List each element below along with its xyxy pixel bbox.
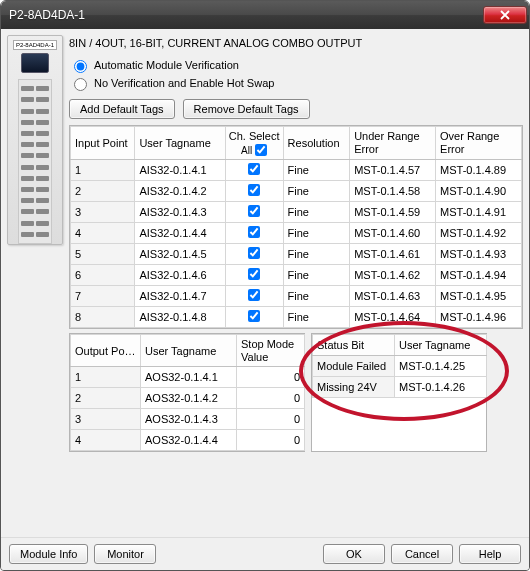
- cell-status-tagname[interactable]: MST-0.1.4.26: [395, 377, 487, 398]
- table-row[interactable]: 3AIS32-0.1.4.3FineMST-0.1.4.59MST-0.1.4.…: [71, 202, 522, 223]
- ch-select-checkbox[interactable]: [248, 163, 260, 175]
- cell-under-range[interactable]: MST-0.1.4.57: [350, 160, 436, 181]
- cell-over-range[interactable]: MST-0.1.4.92: [436, 223, 522, 244]
- cell-output-tagname[interactable]: AOS32-0.1.4.3: [141, 409, 237, 430]
- table-row[interactable]: 8AIS32-0.1.4.8FineMST-0.1.4.64MST-0.1.4.…: [71, 307, 522, 328]
- monitor-button[interactable]: Monitor: [94, 544, 156, 564]
- cell-resolution[interactable]: Fine: [283, 244, 350, 265]
- cell-user-tagname[interactable]: AIS32-0.1.4.4: [135, 223, 225, 244]
- cell-over-range[interactable]: MST-0.1.4.93: [436, 244, 522, 265]
- cell-user-tagname[interactable]: AIS32-0.1.4.2: [135, 181, 225, 202]
- add-default-tags-button[interactable]: Add Default Tags: [69, 99, 175, 119]
- status-bits-table: Status Bit User Tagname Module FailedMST…: [311, 333, 487, 452]
- cell-under-range[interactable]: MST-0.1.4.60: [350, 223, 436, 244]
- cell-under-range[interactable]: MST-0.1.4.62: [350, 265, 436, 286]
- ch-select-checkbox[interactable]: [248, 268, 260, 280]
- cell-over-range[interactable]: MST-0.1.4.90: [436, 181, 522, 202]
- cell-user-tagname[interactable]: AIS32-0.1.4.8: [135, 307, 225, 328]
- cell-stop-mode-value[interactable]: 0: [237, 409, 305, 430]
- cell-user-tagname[interactable]: AIS32-0.1.4.7: [135, 286, 225, 307]
- cell-output-point: 4: [71, 430, 141, 451]
- cell-resolution[interactable]: Fine: [283, 181, 350, 202]
- col-ch-select[interactable]: Ch. Select All: [225, 127, 283, 160]
- cell-under-range[interactable]: MST-0.1.4.58: [350, 181, 436, 202]
- cell-user-tagname[interactable]: AIS32-0.1.4.1: [135, 160, 225, 181]
- col-output-point[interactable]: Output Point: [71, 335, 141, 367]
- table-row[interactable]: 3AOS32-0.1.4.30: [71, 409, 305, 430]
- cell-ch-select[interactable]: [225, 160, 283, 181]
- radio-auto-verify-input[interactable]: [74, 60, 87, 73]
- cell-input-point: 1: [71, 160, 135, 181]
- radio-hot-swap[interactable]: No Verification and Enable Hot Swap: [69, 75, 523, 91]
- table-row[interactable]: 4AIS32-0.1.4.4FineMST-0.1.4.60MST-0.1.4.…: [71, 223, 522, 244]
- cell-over-range[interactable]: MST-0.1.4.91: [436, 202, 522, 223]
- cell-over-range[interactable]: MST-0.1.4.94: [436, 265, 522, 286]
- ch-select-checkbox[interactable]: [248, 247, 260, 259]
- close-button[interactable]: [483, 6, 527, 24]
- table-row[interactable]: 1AOS32-0.1.4.10: [71, 367, 305, 388]
- help-button[interactable]: Help: [459, 544, 521, 564]
- cell-output-tagname[interactable]: AOS32-0.1.4.4: [141, 430, 237, 451]
- table-row[interactable]: 6AIS32-0.1.4.6FineMST-0.1.4.62MST-0.1.4.…: [71, 265, 522, 286]
- remove-default-tags-button[interactable]: Remove Default Tags: [183, 99, 310, 119]
- col-stop-mode-value[interactable]: Stop Mode Value: [237, 335, 305, 367]
- cell-stop-mode-value[interactable]: 0: [237, 388, 305, 409]
- cell-over-range[interactable]: MST-0.1.4.89: [436, 160, 522, 181]
- cell-user-tagname[interactable]: AIS32-0.1.4.5: [135, 244, 225, 265]
- cell-resolution[interactable]: Fine: [283, 286, 350, 307]
- cell-input-point: 2: [71, 181, 135, 202]
- table-row[interactable]: Missing 24VMST-0.1.4.26: [313, 377, 487, 398]
- cell-output-tagname[interactable]: AOS32-0.1.4.1: [141, 367, 237, 388]
- cell-ch-select[interactable]: [225, 181, 283, 202]
- ch-select-checkbox[interactable]: [248, 205, 260, 217]
- col-status-tagname[interactable]: User Tagname: [395, 335, 487, 356]
- cell-resolution[interactable]: Fine: [283, 265, 350, 286]
- table-row[interactable]: 4AOS32-0.1.4.40: [71, 430, 305, 451]
- ch-select-checkbox[interactable]: [248, 226, 260, 238]
- cell-stop-mode-value[interactable]: 0: [237, 367, 305, 388]
- cell-ch-select[interactable]: [225, 265, 283, 286]
- table-row[interactable]: 7AIS32-0.1.4.7FineMST-0.1.4.63MST-0.1.4.…: [71, 286, 522, 307]
- radio-auto-verify[interactable]: Automatic Module Verification: [69, 57, 523, 73]
- col-resolution[interactable]: Resolution: [283, 127, 350, 160]
- ch-select-checkbox[interactable]: [248, 184, 260, 196]
- cell-ch-select[interactable]: [225, 307, 283, 328]
- cell-status-tagname[interactable]: MST-0.1.4.25: [395, 356, 487, 377]
- col-under-range[interactable]: Under Range Error: [350, 127, 436, 160]
- cell-user-tagname[interactable]: AIS32-0.1.4.3: [135, 202, 225, 223]
- cell-resolution[interactable]: Fine: [283, 160, 350, 181]
- cell-under-range[interactable]: MST-0.1.4.63: [350, 286, 436, 307]
- col-input-point[interactable]: Input Point: [71, 127, 135, 160]
- col-user-tagname[interactable]: User Tagname: [135, 127, 225, 160]
- cell-under-range[interactable]: MST-0.1.4.61: [350, 244, 436, 265]
- cell-ch-select[interactable]: [225, 202, 283, 223]
- cell-resolution[interactable]: Fine: [283, 307, 350, 328]
- cell-ch-select[interactable]: [225, 223, 283, 244]
- table-row[interactable]: 5AIS32-0.1.4.5FineMST-0.1.4.61MST-0.1.4.…: [71, 244, 522, 265]
- ch-select-checkbox[interactable]: [248, 289, 260, 301]
- ok-button[interactable]: OK: [323, 544, 385, 564]
- cell-resolution[interactable]: Fine: [283, 223, 350, 244]
- col-output-tagname[interactable]: User Tagname: [141, 335, 237, 367]
- module-info-button[interactable]: Module Info: [9, 544, 88, 564]
- col-status-bit[interactable]: Status Bit: [313, 335, 395, 356]
- ch-select-checkbox[interactable]: [248, 310, 260, 322]
- cell-resolution[interactable]: Fine: [283, 202, 350, 223]
- cell-ch-select[interactable]: [225, 244, 283, 265]
- cell-over-range[interactable]: MST-0.1.4.96: [436, 307, 522, 328]
- radio-hot-swap-input[interactable]: [74, 78, 87, 91]
- select-all-checkbox[interactable]: [255, 144, 267, 156]
- cell-under-range[interactable]: MST-0.1.4.64: [350, 307, 436, 328]
- cell-ch-select[interactable]: [225, 286, 283, 307]
- cancel-button[interactable]: Cancel: [391, 544, 453, 564]
- cell-user-tagname[interactable]: AIS32-0.1.4.6: [135, 265, 225, 286]
- table-row[interactable]: 1AIS32-0.1.4.1FineMST-0.1.4.57MST-0.1.4.…: [71, 160, 522, 181]
- cell-over-range[interactable]: MST-0.1.4.95: [436, 286, 522, 307]
- table-row[interactable]: 2AOS32-0.1.4.20: [71, 388, 305, 409]
- cell-under-range[interactable]: MST-0.1.4.59: [350, 202, 436, 223]
- table-row[interactable]: Module FailedMST-0.1.4.25: [313, 356, 487, 377]
- cell-output-tagname[interactable]: AOS32-0.1.4.2: [141, 388, 237, 409]
- table-row[interactable]: 2AIS32-0.1.4.2FineMST-0.1.4.58MST-0.1.4.…: [71, 181, 522, 202]
- cell-stop-mode-value[interactable]: 0: [237, 430, 305, 451]
- col-over-range[interactable]: Over Range Error: [436, 127, 522, 160]
